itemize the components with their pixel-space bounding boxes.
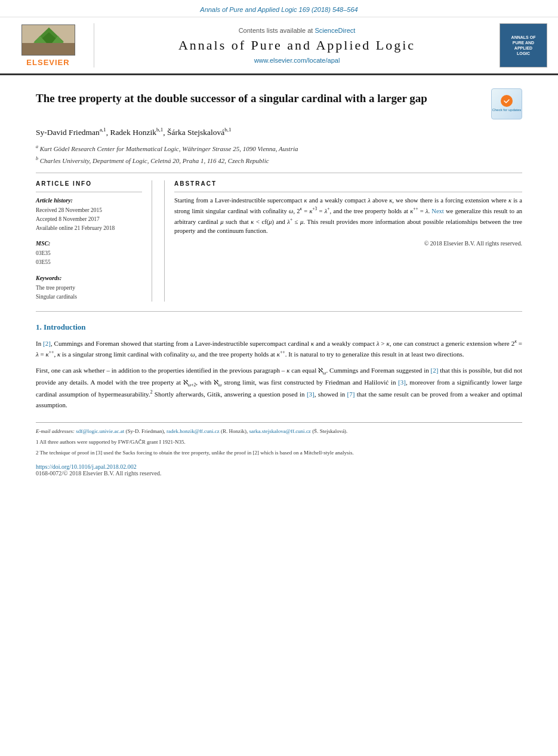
issn-line: 0168-0072/© 2018 Elsevier B.V. All right… [36, 470, 522, 477]
ref7-link[interactable]: [7] [347, 391, 355, 398]
elsevier-logo-box: ELSEVIER [11, 23, 94, 67]
next-link[interactable]: Next [431, 207, 443, 214]
check-icon [501, 95, 513, 107]
email1-link[interactable]: sdf@logic.univie.ac.at [76, 428, 124, 434]
copyright-notice: © 2018 Elsevier B.V. All rights reserved… [174, 240, 522, 247]
elsevier-wordmark: ELSEVIER [26, 58, 69, 67]
email3-name: (Š. Stejskalová). [312, 428, 347, 434]
section1-paragraph2: First, one can ask whether – in addition… [36, 365, 522, 410]
journal-logo-box: ANNALS OFPURE ANDAPPLIEDLOGIC [500, 23, 547, 67]
paper-title-section: Check for updates The tree property at t… [36, 86, 522, 119]
email1-name: (Sy-D. Friedman), [125, 428, 165, 434]
journal-title-header: Annals of Pure and Applied Logic [106, 38, 488, 53]
affiliation-b: b Charles University, Department of Logi… [36, 155, 522, 165]
article-info-column: ARTICLE INFO Article history: Received 2… [36, 180, 152, 302]
email3-link[interactable]: sarka.stejskalova@ff.cuni.cz [249, 428, 311, 434]
authors-line: Sy-David Friedmana,1, Radek Honzikb,1, Š… [36, 127, 522, 137]
email-line: E-mail addresses: sdf@logic.univie.ac.at… [36, 428, 522, 436]
doi-link[interactable]: https://doi.org/10.1016/j.apal.2018.02.0… [36, 463, 137, 470]
author2-name: Radek Honzik [110, 128, 156, 137]
footnote1: 1 All three authors were supported by FW… [36, 438, 522, 447]
section1-paragraph1: In [2], Cummings and Foreman showed that… [36, 338, 522, 360]
journal-ref-text: Annals of Pure and Applied Logic 169 (20… [200, 6, 357, 13]
paper-title: The tree property at the double successo… [36, 91, 522, 106]
msc-codes: 03E35 03E55 [36, 249, 142, 267]
author3-sup: b,1 [224, 127, 231, 133]
footnote2: 2 The technique of proof in [3] used the… [36, 449, 522, 457]
article-info-heading: ARTICLE INFO [36, 180, 142, 187]
ref3-link[interactable]: [3] [398, 379, 406, 386]
author1-sup: a,1 [100, 127, 106, 133]
sciencedirect-anchor[interactable]: ScienceDirect [315, 27, 355, 34]
abstract-heading: ABSTRACT [174, 180, 522, 187]
ref2-link2[interactable]: [2] [431, 367, 439, 374]
author3-name: Šárka Stejskalová [167, 128, 224, 137]
elsevier-tree-image [21, 24, 75, 56]
section1-title: 1. Introduction [36, 322, 522, 332]
footer-links: https://doi.org/10.1016/j.apal.2018.02.0… [36, 463, 522, 477]
abstract-column: ABSTRACT Starting from a Laver-indestruc… [164, 180, 522, 302]
article-info-abstract-row: ARTICLE INFO Article history: Received 2… [36, 180, 522, 302]
check-updates-badge: Check for updates [491, 88, 522, 119]
keywords-title: Keywords: [36, 275, 142, 281]
ref2-link[interactable]: [2] [43, 340, 51, 347]
keywords-list: The tree property Singular cardinals [36, 284, 142, 302]
author1-name: Sy-David Friedman [36, 128, 100, 137]
svg-rect-1 [22, 43, 75, 56]
journal-reference-bar: Annals of Pure and Applied Logic 169 (20… [0, 0, 558, 17]
footnotes-area: E-mail addresses: sdf@logic.univie.ac.at… [36, 422, 522, 457]
article-history-title: Article history: [36, 197, 142, 204]
journal-url: www.elsevier.com/locate/apal [106, 57, 488, 64]
author2-sup: b,1 [156, 127, 163, 133]
journal-center-info: Contents lists available at ScienceDirec… [100, 23, 494, 67]
content-area: Check for updates The tree property at t… [0, 75, 558, 488]
journal-header: ELSEVIER Contents lists available at Sci… [0, 17, 558, 75]
msc-title: MSC: [36, 240, 142, 247]
ref3-link2[interactable]: [3] [307, 391, 315, 398]
sciencedirect-link: Contents lists available at ScienceDirec… [106, 27, 488, 34]
email2-link[interactable]: radek.honzik@ff.cuni.cz [167, 428, 220, 434]
page-wrapper: Annals of Pure and Applied Logic 169 (20… [0, 0, 558, 756]
journal-logo-text: ANNALS OFPURE ANDAPPLIEDLOGIC [511, 35, 536, 56]
received-date: Received 28 November 2015 Accepted 8 Nov… [36, 206, 142, 233]
email2-name: (R. Honzik), [221, 428, 248, 434]
email-label: E-mail addresses: [36, 428, 75, 434]
affiliation-a: a Kurt Gödel Research Center for Mathema… [36, 143, 522, 153]
svg-rect-6 [46, 48, 52, 56]
abstract-text: Starting from a Laver-indestructible sup… [174, 196, 522, 236]
check-updates-label: Check for updates [492, 108, 522, 113]
